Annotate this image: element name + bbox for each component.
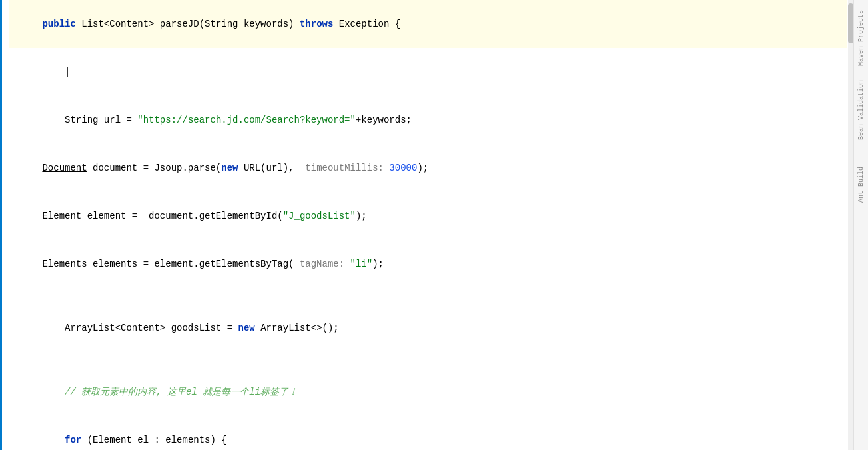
- code-line-1: public List<Content> parseJD(String keyw…: [9, 0, 847, 48]
- bean-validation-label[interactable]: Bean Validation: [857, 80, 865, 140]
- code-line-3: String url = "https://search.jd.com/Sear…: [9, 96, 847, 144]
- code-line-5: Element element = document.getElementByI…: [9, 192, 847, 240]
- code-line-8: ArrayList<Content> goodsList = new Array…: [9, 304, 847, 352]
- vertical-scrollbar-thumb[interactable]: [848, 3, 853, 43]
- editor-container: public List<Content> parseJD(String keyw…: [0, 0, 868, 450]
- code-line-6: Elements elements = element.getElementsB…: [9, 240, 847, 288]
- right-sidebar: Maven Projects Bean Validation Ant Build: [853, 0, 868, 450]
- code-line-10: // 获取元素中的内容, 这里el 就是每一个li标签了！: [9, 368, 847, 416]
- code-line-11: for (Element el : elements) {: [9, 416, 847, 450]
- code-line-4: Document document = Jsoup.parse(new URL(…: [9, 144, 847, 192]
- code-line-2: |: [9, 48, 847, 96]
- maven-projects-label[interactable]: Maven Projects: [857, 10, 865, 66]
- code-line-7: [9, 288, 847, 304]
- code-area[interactable]: public List<Content> parseJD(String keyw…: [2, 0, 853, 450]
- ant-build-label[interactable]: Ant Build: [857, 167, 865, 203]
- vertical-scrollbar-track[interactable]: [848, 0, 853, 450]
- code-line-9: [9, 352, 847, 368]
